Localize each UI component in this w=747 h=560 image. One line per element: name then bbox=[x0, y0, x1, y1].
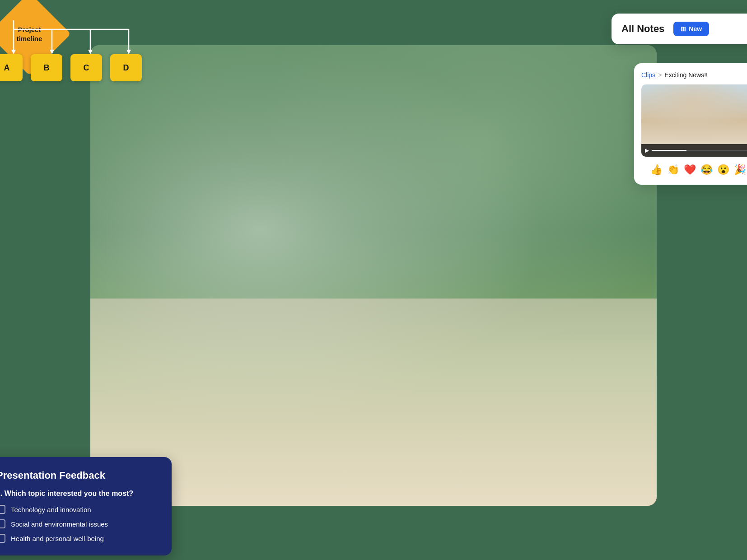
clips-page: Exciting News!! bbox=[664, 71, 708, 79]
feedback-title: Presentation Feedback bbox=[0, 470, 157, 481]
feedback-question: 1. Which topic interested you the most? bbox=[0, 490, 157, 498]
video-thumbnail[interactable]: ▶ bbox=[641, 84, 747, 157]
option-label-3: Health and personal well-being bbox=[11, 535, 104, 542]
new-button-icon: ⊞ bbox=[681, 25, 686, 33]
emoji-clap[interactable]: 👏 bbox=[667, 164, 679, 176]
video-play-bar: ▶ bbox=[641, 144, 747, 157]
video-progress-fill bbox=[652, 150, 686, 151]
flowchart-box-b: B bbox=[31, 54, 62, 81]
checkbox-3[interactable] bbox=[0, 534, 5, 543]
option-label-1: Technology and innovation bbox=[11, 506, 91, 513]
feedback-option-1[interactable]: Technology and innovation bbox=[0, 505, 157, 514]
svg-marker-9 bbox=[126, 50, 131, 54]
emoji-thumbsup[interactable]: 👍 bbox=[650, 164, 663, 176]
clips-separator: > bbox=[658, 71, 662, 79]
clips-link[interactable]: Clips bbox=[641, 71, 655, 79]
play-button-icon[interactable]: ▶ bbox=[645, 147, 649, 154]
emoji-heart[interactable]: ❤️ bbox=[684, 164, 696, 176]
main-container: Project timeline A bbox=[27, 18, 720, 542]
photo-bg bbox=[90, 45, 657, 506]
feedback-option-3[interactable]: Health and personal well-being bbox=[0, 534, 157, 543]
new-button-label: New bbox=[689, 25, 702, 33]
option-label-2: Social and environmental issues bbox=[11, 520, 108, 528]
new-button[interactable]: ⊞ New bbox=[673, 22, 709, 36]
checkbox-1[interactable] bbox=[0, 505, 5, 514]
feedback-options: Technology and innovation Social and env… bbox=[0, 505, 157, 543]
svg-marker-8 bbox=[88, 50, 93, 54]
all-notes-title: All Notes bbox=[621, 23, 664, 35]
flowchart: A B C D bbox=[0, 54, 142, 81]
clips-breadcrumb: Clips > Exciting News!! ↻ bbox=[641, 70, 747, 79]
emoji-reactions: 👍 👏 ❤️ 😂 😮 🎉 🎯 bbox=[641, 162, 747, 177]
checkbox-2[interactable] bbox=[0, 519, 5, 528]
clips-widget: Clips > Exciting News!! ↻ ▶ 👍 👏 ❤️ 😂 😮 🎉… bbox=[634, 63, 747, 185]
flowchart-box-c: C bbox=[70, 54, 102, 81]
flowchart-box-d: D bbox=[110, 54, 142, 81]
photo-area bbox=[90, 45, 657, 506]
feedback-widget: Presentation Feedback 1. Which topic int… bbox=[0, 457, 172, 555]
feedback-option-2[interactable]: Social and environmental issues bbox=[0, 519, 157, 528]
flowchart-lines-svg bbox=[0, 20, 142, 56]
kitchen-counter bbox=[90, 299, 657, 506]
emoji-party[interactable]: 🎉 bbox=[734, 164, 746, 176]
svg-marker-7 bbox=[50, 50, 54, 54]
flowchart-boxes: A B C D bbox=[0, 54, 142, 81]
svg-marker-6 bbox=[11, 50, 16, 54]
emoji-laugh[interactable]: 😂 bbox=[700, 164, 713, 176]
flowchart-box-a: A bbox=[0, 54, 23, 81]
all-notes-widget: All Notes ⊞ New bbox=[612, 14, 747, 44]
video-progress-bar[interactable] bbox=[652, 150, 747, 151]
emoji-wow[interactable]: 😮 bbox=[717, 164, 729, 176]
